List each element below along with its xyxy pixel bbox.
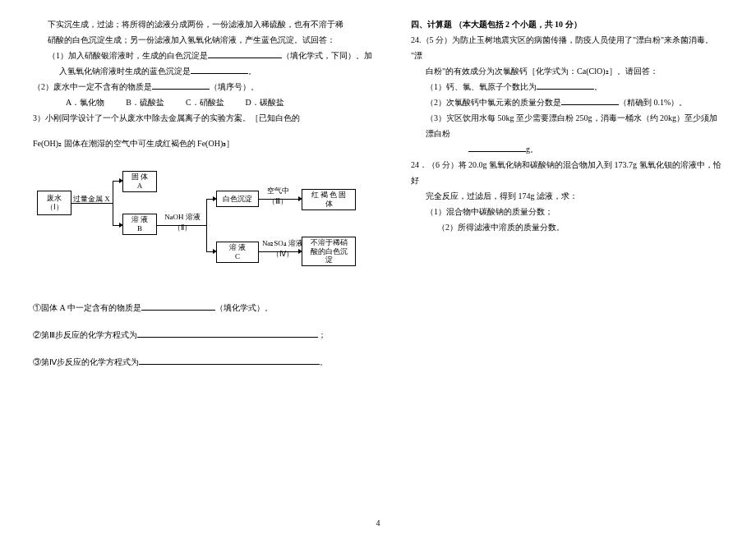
text: ； [318, 330, 326, 339]
text: （填序号）。 [210, 82, 259, 91]
flowchart: 废水（Ⅰ） 过量金属 X 固 体A 溶 液B NaOH 溶液（Ⅱ） 白色沉淀 溶… [37, 166, 386, 260]
q3: 3）小刚同学设计了一个从废水中除去金属离子的实验方案。［已知白色的 [33, 110, 386, 126]
choice-b: B．硫酸盐 [126, 94, 164, 110]
text: 。 [594, 82, 602, 91]
note: Fe(OH)₂ 固体在潮湿的空气中可生成红褐色的 Fe(OH)₃］ [33, 136, 386, 151]
choice-c: C．硝酸盐 [186, 94, 224, 110]
text: 硝酸的白色沉淀生成；另一份滤液加入氢氧化钠溶液，产生蓝色沉淀。试回答： [33, 32, 386, 48]
blank [208, 48, 282, 58]
blank [191, 64, 248, 74]
blank [139, 355, 320, 365]
a1: ①固体 A 中一定含有的物质是（填化学式）。 [33, 300, 386, 315]
q24-line1: 24.（5 分）为防止玉树地震灾区的病菌传播，防疫人员使用了"漂白粉"来杀菌消毒… [411, 32, 723, 63]
text: g。 [526, 145, 538, 154]
text: （2）次氯酸钙中氯元素的质量分数是 [426, 98, 561, 107]
choices: A．氯化物 B．硫酸盐 C．硝酸盐 D．碳酸盐 [33, 94, 386, 110]
text: 下实沉生成，过滤；将所得的滤液分成两份，一份滤液加入稀硫酸，也有不溶于稀 [33, 16, 386, 32]
text: （填化学式，下同）。加 [282, 51, 372, 60]
blank [152, 80, 210, 90]
label-air: 空气中（Ⅲ） [260, 186, 295, 207]
q25-2: （2）所得滤液中溶质的质量分数。 [411, 219, 723, 235]
choice-a: A．氯化物 [66, 94, 104, 110]
blank [561, 95, 619, 105]
text: 。 [320, 357, 328, 366]
text: （填化学式）。 [215, 303, 273, 312]
text: （精确到 0.1%）。 [619, 98, 687, 107]
a3: ③第Ⅳ步反应的化学方程式为。 [33, 354, 386, 370]
box-sol-c: 溶 液C [216, 242, 259, 263]
q25-line2: 完全反应，过滤后，得到 174g 滤液，求： [411, 188, 723, 204]
text: （2）废水中一定不含有的物质是 [33, 82, 152, 91]
q24-3: （3）灾区饮用水每 50kg 至少需要漂白粉 250g，消毒一桶水（约 20kg… [411, 110, 723, 141]
q25-line1: 24．（6 分）将 20.0g 氢氧化钠和碳酸钠的混合物加入到 173.7g 氢… [411, 157, 723, 188]
a2: ②第Ⅲ步反应的化学方程式为； [33, 327, 386, 343]
box-white-precip: 白色沉淀 [216, 191, 259, 207]
text: ③第Ⅳ步反应的化学方程式为 [33, 357, 139, 366]
text: （1）加入硝酸银溶液时，生成的白色沉淀是 [48, 51, 208, 60]
text: （1）钙、氯、氧原子个数比为 [426, 82, 537, 91]
text: 入氢氧化钠溶液时生成的蓝色沉淀是 [59, 67, 191, 76]
blank [537, 80, 594, 90]
page-number: 4 [376, 518, 380, 527]
q24-1: （1）钙、氯、氧原子个数比为。 [411, 79, 723, 94]
box-wastewater: 废水（Ⅰ） [37, 191, 71, 215]
text: ①固体 A 中一定含有的物质是 [33, 303, 141, 312]
q24-line2: 白粉"的有效成分为次氯酸钙［化学式为：Ca(ClO)₂］。请回答： [411, 63, 723, 79]
q1-line2: 入氢氧化钠溶液时生成的蓝色沉淀是。 [33, 63, 386, 79]
q24-3b: g。 [411, 141, 723, 157]
label-naoh: NaOH 溶液（Ⅱ） [160, 212, 205, 233]
choice-d: D．碳酸盐 [246, 94, 284, 110]
box-red-solid: 红 褐 色 固体 [302, 189, 356, 210]
q1-line1: （1）加入硝酸银溶液时，生成的白色沉淀是（填化学式，下同）。加 [33, 48, 386, 63]
blank [468, 142, 526, 152]
box-insoluble: 不溶于稀硝酸的白色沉淀 [302, 237, 356, 266]
blank [141, 301, 215, 311]
box-solid-a: 固 体A [122, 171, 157, 192]
blank [137, 328, 318, 338]
q2: （2）废水中一定不含有的物质是（填序号）。 [33, 79, 386, 94]
text: ②第Ⅲ步反应的化学方程式为 [33, 330, 137, 339]
q25-1: （1）混合物中碳酸钠的质量分数； [411, 204, 723, 219]
q24-2: （2）次氯酸钙中氯元素的质量分数是（精确到 0.1%）。 [411, 94, 723, 110]
text: 。 [248, 67, 256, 76]
section-title: 四、计算题 （本大题包括 2 个小题，共 10 分） [411, 16, 723, 32]
box-sol-b: 溶 液B [122, 214, 157, 235]
